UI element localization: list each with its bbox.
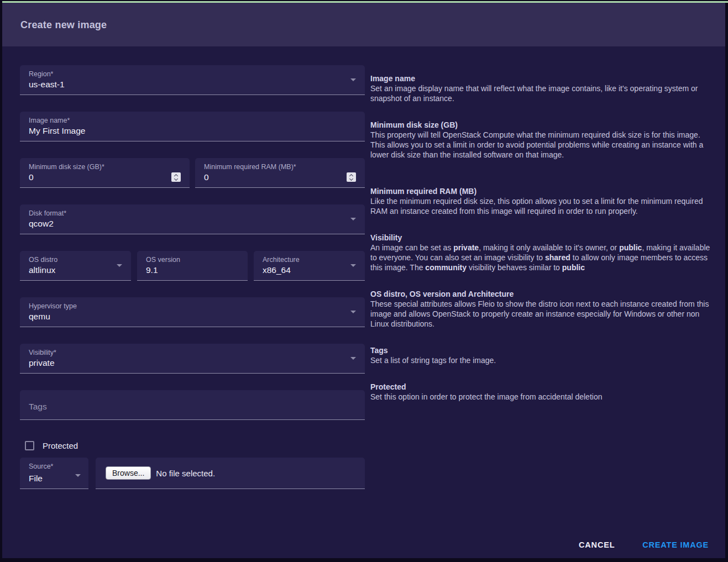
os-version-label: OS version — [146, 256, 180, 264]
image-name-value: My First Image — [29, 126, 85, 136]
min-ram-label: Minimum required RAM (MB)* — [204, 163, 296, 171]
hypervisor-type-label: Hypervisor type — [29, 302, 77, 310]
min-disk-size-input[interactable]: Minimum disk size (GB)* 0 — [20, 158, 190, 188]
help-visibility-text: An image can be set as private, making i… — [370, 243, 715, 272]
file-status-text: No file selected. — [156, 469, 215, 478]
chevron-down-icon — [350, 264, 356, 267]
visibility-select[interactable]: Visibility* private — [20, 344, 365, 374]
help-min-disk: Minimum disk size (GB) This property wil… — [370, 120, 715, 160]
os-distro-label: OS distro — [29, 256, 57, 264]
disk-format-label: Disk format* — [29, 209, 66, 217]
region-value: us-east-1 — [29, 80, 65, 90]
min-disk-stepper[interactable] — [171, 172, 181, 182]
min-ram-input[interactable]: Minimum required RAM (MB)* 0 — [195, 158, 365, 188]
min-ram-stepper[interactable] — [347, 172, 356, 182]
visibility-value: private — [29, 358, 55, 368]
hypervisor-type-value: qemu — [29, 312, 50, 322]
tags-placeholder: Tags — [29, 402, 47, 412]
help-image-name-title: Image name — [370, 73, 715, 83]
create-image-button[interactable]: CREATE IMAGE — [641, 537, 710, 553]
os-distro-select[interactable]: OS distro altlinux — [20, 251, 131, 281]
help-min-ram-title: Minimum required RAM (MB) — [370, 186, 715, 196]
help-image-name-text: Set an image display name that will refl… — [370, 83, 715, 103]
help-protected-text: Set this option in order to protect the … — [370, 392, 715, 402]
source-label: Source* — [29, 463, 53, 470]
disk-format-select[interactable]: Disk format* qcow2 — [20, 204, 365, 234]
disk-format-value: qcow2 — [29, 219, 54, 229]
architecture-value: x86_64 — [263, 265, 291, 275]
dialog-body: Region* us-east-1 Image name* My First I… — [2, 46, 725, 558]
min-disk-size-value: 0 — [29, 172, 34, 182]
tags-input[interactable]: Tags — [20, 390, 365, 420]
visibility-label: Visibility* — [29, 349, 56, 356]
chevron-down-icon — [350, 78, 356, 81]
help-tags-text: Set a list of string tags for the image. — [370, 355, 715, 365]
os-version-input[interactable]: OS version 9.1 — [137, 251, 248, 281]
file-upload-panel: Browse... No file selected. — [96, 458, 365, 489]
cancel-button[interactable]: CANCEL — [578, 537, 616, 553]
help-os-distro-title: OS distro, OS version and Architecture — [370, 289, 715, 299]
help-visibility: Visibility An image can be set as privat… — [370, 233, 715, 272]
create-image-dialog: Create new image Region* us-east-1 Image… — [0, 0, 728, 562]
protected-row: Protected — [25, 441, 78, 450]
chevron-down-icon — [350, 311, 356, 313]
min-disk-size-label: Minimum disk size (GB)* — [29, 163, 104, 171]
help-min-disk-text-2: This allows you to set a limit in order … — [370, 140, 715, 160]
browse-button[interactable]: Browse... — [106, 466, 151, 480]
help-visibility-title: Visibility — [370, 233, 715, 243]
min-ram-value: 0 — [204, 172, 209, 182]
dialog-title: Create new image — [20, 19, 107, 31]
help-protected: Protected Set this option in order to pr… — [370, 382, 715, 402]
help-min-ram: Minimum required RAM (MB) Like the minim… — [370, 186, 715, 216]
stepper-down-icon[interactable] — [174, 176, 178, 180]
help-os-distro-text: These special attributes allows Fleio to… — [370, 299, 715, 329]
source-select[interactable]: Source* File — [20, 458, 88, 489]
chevron-down-icon — [75, 474, 81, 477]
region-label: Region* — [29, 70, 53, 78]
dialog-actions: CANCEL CREATE IMAGE — [578, 537, 710, 553]
protected-label: Protected — [43, 441, 78, 450]
chevron-down-icon — [350, 357, 356, 360]
chevron-down-icon — [117, 264, 122, 267]
protected-checkbox[interactable] — [25, 441, 34, 450]
help-image-name: Image name Set an image display name tha… — [370, 73, 715, 103]
stepper-down-icon[interactable] — [349, 176, 353, 180]
os-distro-value: altlinux — [29, 265, 55, 275]
dialog-header: Create new image — [2, 3, 725, 46]
help-protected-title: Protected — [370, 382, 715, 392]
os-version-value: 9.1 — [146, 265, 158, 275]
region-select[interactable]: Region* us-east-1 — [20, 65, 365, 95]
image-name-input[interactable]: Image name* My First Image — [20, 112, 365, 141]
help-min-ram-text: Like the minimum required disk size, thi… — [370, 196, 715, 216]
help-min-disk-title: Minimum disk size (GB) — [370, 120, 715, 130]
architecture-label: Architecture — [263, 256, 300, 264]
architecture-select[interactable]: Architecture x86_64 — [254, 251, 365, 281]
help-tags: Tags Set a list of string tags for the i… — [370, 345, 715, 365]
help-os-distro: OS distro, OS version and Architecture T… — [370, 289, 715, 329]
hypervisor-type-select[interactable]: Hypervisor type qemu — [20, 297, 365, 327]
image-name-label: Image name* — [29, 117, 70, 124]
help-min-disk-text-1: This property will tell OpenStack Comput… — [370, 130, 715, 140]
source-value: File — [29, 474, 43, 484]
chevron-down-icon — [350, 218, 356, 220]
help-tags-title: Tags — [370, 345, 715, 355]
